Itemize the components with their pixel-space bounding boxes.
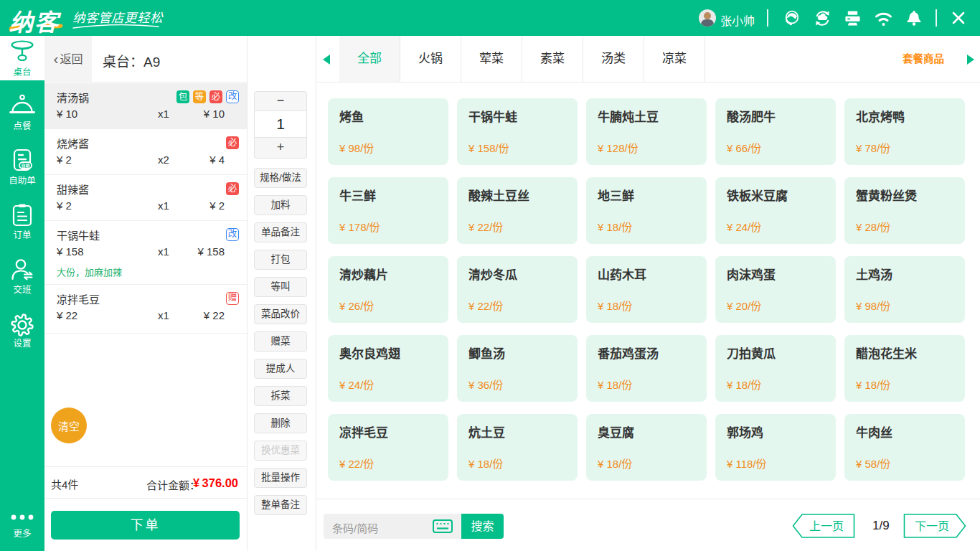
svg-text:上一页: 上一页 (809, 520, 844, 532)
svg-text:下一页: 下一页 (915, 520, 949, 532)
svg-text:自助: 自助 (21, 163, 29, 169)
